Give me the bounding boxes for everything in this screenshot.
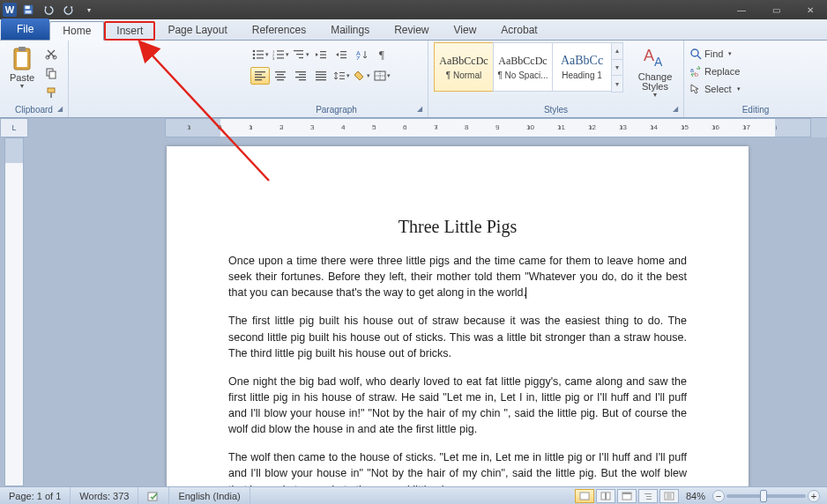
document-page[interactable]: Three Little Pigs Once upon a time there… <box>167 146 749 486</box>
align-left-button[interactable] <box>250 67 270 85</box>
style-heading-1[interactable]: AaBbCc Heading 1 <box>552 42 612 92</box>
tab-home[interactable]: Home <box>49 21 104 41</box>
paste-dropdown-icon: ▼ <box>19 83 26 89</box>
view-draft-button[interactable] <box>659 489 679 503</box>
style-preview: AaBbCc <box>561 54 603 68</box>
svg-rect-64 <box>580 493 589 500</box>
window-restore-button[interactable]: ▭ <box>759 2 793 18</box>
tab-file[interactable]: File <box>1 19 49 40</box>
qat-customize-dropdown[interactable]: ▾ <box>80 2 98 18</box>
tab-selector-button[interactable]: L <box>0 118 28 137</box>
status-proofing[interactable] <box>138 487 169 504</box>
style-name: ¶ Normal <box>446 70 481 80</box>
svg-rect-30 <box>340 51 346 52</box>
tab-review[interactable]: Review <box>382 20 441 40</box>
svg-rect-71 <box>646 499 652 500</box>
svg-rect-46 <box>299 79 306 80</box>
status-language[interactable]: English (India) <box>169 487 250 504</box>
document-paragraph: The wolf then came to the house of stick… <box>228 449 687 486</box>
svg-rect-36 <box>255 74 262 75</box>
word-app-icon[interactable]: W <box>3 3 17 17</box>
select-label: Select <box>704 84 732 94</box>
editing-group-label: Editing <box>689 103 822 117</box>
zoom-in-button[interactable]: + <box>808 490 820 502</box>
style-name: Heading 1 <box>562 70 602 80</box>
page-scroll-region[interactable]: Three Little Pigs Once upon a time there… <box>24 137 827 486</box>
justify-button[interactable] <box>311 67 331 85</box>
borders-button[interactable]: ▾ <box>372 67 391 85</box>
cut-button[interactable] <box>42 45 60 63</box>
svg-rect-1 <box>26 6 30 10</box>
find-button[interactable]: Find▾ <box>689 46 732 62</box>
tab-insert[interactable]: Insert <box>104 21 155 41</box>
select-icon <box>689 83 702 95</box>
styles-launcher-icon[interactable]: ◢ <box>673 105 678 113</box>
change-styles-button[interactable]: AA Change Styles ▼ <box>632 42 678 100</box>
increase-indent-button[interactable] <box>332 46 351 63</box>
shading-button[interactable]: ▾ <box>352 67 371 85</box>
align-center-button[interactable] <box>271 67 290 85</box>
view-outline-button[interactable] <box>638 489 658 503</box>
change-styles-icon: AA <box>641 44 669 72</box>
styles-group-label: Styles◢ <box>434 103 678 117</box>
svg-rect-28 <box>320 55 326 56</box>
replace-button[interactable]: ab Replace <box>689 63 740 79</box>
change-styles-label: Change Styles <box>635 72 675 92</box>
select-button[interactable]: Select▾ <box>689 81 741 97</box>
clipboard-launcher-icon[interactable]: ◢ <box>57 105 63 113</box>
status-page[interactable]: Page: 1 of 1 <box>0 487 71 504</box>
zoom-out-button[interactable]: − <box>712 490 725 502</box>
svg-text:A: A <box>644 47 654 64</box>
svg-rect-48 <box>316 74 326 75</box>
paste-button[interactable]: Paste ▼ <box>5 42 39 91</box>
view-web-layout-button[interactable] <box>617 489 637 503</box>
svg-rect-44 <box>299 74 306 75</box>
ribbon-tab-row: File Home Insert Page Layout References … <box>0 19 827 41</box>
document-paragraph: The first little pig built his house out… <box>228 313 687 360</box>
qat-undo-button[interactable] <box>40 2 57 18</box>
svg-rect-11 <box>50 93 52 98</box>
svg-rect-5 <box>19 47 26 51</box>
align-right-button[interactable] <box>291 67 310 85</box>
styles-scroll-down-button[interactable]: ▾ <box>611 59 623 77</box>
format-painter-button[interactable] <box>42 84 60 101</box>
sort-button[interactable]: AZ <box>352 46 371 63</box>
tab-page-layout[interactable]: Page Layout <box>155 20 239 40</box>
styles-scroll-up-button[interactable]: ▴ <box>611 42 623 60</box>
tab-view[interactable]: View <box>442 20 489 40</box>
style-normal[interactable]: AaBbCcDc ¶ Normal <box>434 42 494 92</box>
bullets-button[interactable]: ▾ <box>250 46 270 63</box>
window-minimize-button[interactable]: — <box>725 2 758 18</box>
tab-mailings[interactable]: Mailings <box>318 20 382 40</box>
qat-redo-button[interactable] <box>60 2 78 18</box>
numbering-button[interactable]: 123▾ <box>271 46 290 63</box>
zoom-slider[interactable] <box>726 494 806 498</box>
svg-rect-17 <box>257 57 264 58</box>
svg-rect-70 <box>646 496 652 497</box>
view-print-layout-button[interactable] <box>575 489 594 503</box>
view-full-screen-button[interactable] <box>596 489 615 503</box>
paragraph-launcher-icon[interactable]: ◢ <box>417 105 422 113</box>
svg-rect-69 <box>644 493 652 494</box>
multilevel-list-button[interactable]: ▾ <box>291 46 310 63</box>
status-word-count[interactable]: Words: 373 <box>71 487 138 504</box>
zoom-slider-thumb[interactable] <box>760 490 767 502</box>
svg-rect-65 <box>601 493 606 500</box>
vertical-ruler[interactable] <box>4 137 24 486</box>
document-area: Three Little Pigs Once upon a time there… <box>0 137 827 486</box>
document-title: Three Little Pigs <box>228 217 687 237</box>
copy-button[interactable] <box>42 64 60 82</box>
zoom-level[interactable]: 84% <box>686 491 705 501</box>
horizontal-ruler[interactable]: 101234567891011121314151617 <box>165 118 811 137</box>
tab-acrobat[interactable]: Acrobat <box>488 20 549 40</box>
tab-references[interactable]: References <box>240 20 318 40</box>
show-hide-button[interactable]: ¶ <box>372 46 391 63</box>
qat-save-button[interactable] <box>19 2 37 18</box>
line-spacing-button[interactable]: ▾ <box>332 67 351 85</box>
window-close-button[interactable]: ✕ <box>793 2 827 18</box>
svg-rect-32 <box>340 57 346 58</box>
svg-rect-35 <box>255 71 265 72</box>
styles-expand-button[interactable]: ▾ <box>611 75 623 93</box>
style-no-spacing[interactable]: AaBbCcDc ¶ No Spaci... <box>493 42 553 92</box>
decrease-indent-button[interactable] <box>311 46 331 63</box>
